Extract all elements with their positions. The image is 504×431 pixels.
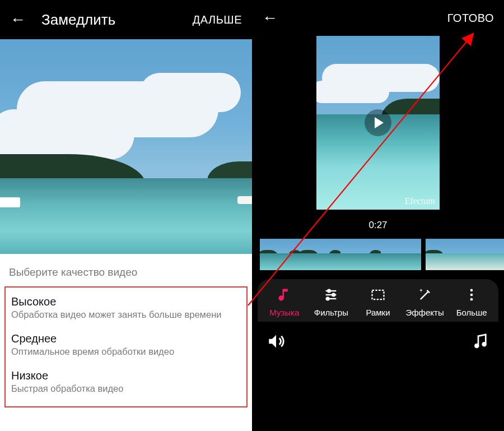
tool-filters[interactable]: Фильтры	[308, 287, 355, 317]
filmstrip[interactable]	[252, 239, 504, 272]
svg-point-10	[475, 344, 478, 347]
back-arrow-icon[interactable]: ←	[10, 12, 26, 27]
thumb[interactable]	[340, 239, 381, 270]
video-preview[interactable]: Efectum	[316, 36, 440, 210]
svg-rect-6	[372, 290, 384, 299]
svg-point-7	[470, 289, 473, 292]
thumb[interactable]	[300, 239, 340, 270]
video-preview-large	[0, 39, 252, 254]
more-vertical-icon	[464, 287, 479, 303]
quality-option-low[interactable]: Низкое Быстрая обработка видео	[6, 364, 246, 401]
thumb[interactable]	[466, 239, 504, 270]
svg-point-5	[326, 298, 329, 300]
tool-music[interactable]: Музыка	[261, 287, 308, 317]
play-button[interactable]	[365, 109, 391, 136]
tool-label: Музыка	[269, 308, 299, 317]
quality-option-title: Среднее	[11, 332, 241, 345]
quality-sheet-header: Выберите качество видео	[0, 254, 252, 286]
thumb[interactable]	[381, 239, 421, 270]
quality-option-subtitle: Обработка видео может занять больше врем…	[11, 309, 241, 320]
right-panel: ← ГОТОВО Efectum 0:27	[252, 0, 504, 431]
quality-option-medium[interactable]: Среднее Оптимальное время обработки виде…	[6, 327, 246, 364]
sliders-icon	[323, 287, 339, 303]
svg-point-3	[328, 290, 331, 293]
svg-point-4	[333, 294, 335, 296]
tool-effects[interactable]: Эффекты	[402, 287, 449, 317]
tool-frames[interactable]: Рамки	[354, 287, 402, 317]
watermark-text: Efectum	[405, 196, 435, 206]
next-button[interactable]: ДАЛЬШЕ	[193, 13, 242, 26]
right-header: ← ГОТОВО	[252, 0, 504, 36]
quality-option-title: Низкое	[11, 369, 241, 382]
svg-point-9	[470, 298, 473, 301]
svg-point-8	[470, 294, 473, 296]
left-panel: ← Замедлить ДАЛЬШЕ Выберите качество вид…	[0, 0, 252, 431]
thumb[interactable]	[426, 239, 466, 270]
quality-sheet: Выберите качество видео Высокое Обработк…	[0, 254, 252, 407]
tool-more[interactable]: Больше	[448, 287, 495, 317]
tool-label: Эффекты	[405, 308, 444, 317]
editor-toolbar: Музыка Фильтры Рамки Эффекты	[258, 279, 498, 322]
quality-option-subtitle: Оптимальное время обработки видео	[11, 346, 241, 357]
done-button[interactable]: ГОТОВО	[447, 12, 494, 25]
quality-option-subtitle: Быстрая обработка видео	[11, 383, 241, 394]
magic-wand-icon	[417, 287, 433, 303]
timecode: 0:27	[252, 210, 504, 239]
footer-bar	[252, 322, 504, 363]
left-header: ← Замедлить ДАЛЬШЕ	[0, 0, 252, 39]
back-arrow-icon[interactable]: ←	[262, 9, 447, 27]
tool-label: Больше	[456, 308, 487, 317]
tool-label: Рамки	[366, 308, 390, 317]
quality-options-highlight-box: Высокое Обработка видео может занять бол…	[4, 286, 248, 407]
frame-icon	[370, 287, 386, 303]
quality-option-high[interactable]: Высокое Обработка видео может занять бол…	[6, 290, 246, 327]
speaker-icon[interactable]	[267, 332, 286, 353]
thumb[interactable]	[260, 239, 300, 270]
tool-label: Фильтры	[314, 308, 348, 317]
quality-option-title: Высокое	[11, 295, 241, 308]
page-title: Замедлить	[41, 11, 193, 29]
music-note-icon	[277, 287, 292, 303]
svg-point-11	[483, 342, 486, 346]
music-note-icon[interactable]	[472, 332, 489, 353]
